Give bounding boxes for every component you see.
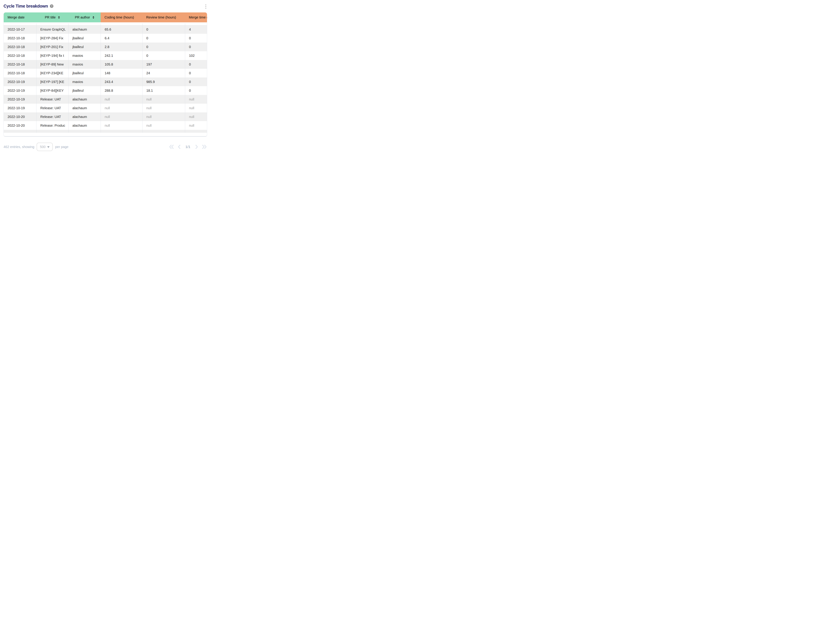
table-footer: 462 entries, showing 500 per page 1/1	[3, 143, 207, 151]
column-header-pr_author[interactable]: PR author	[68, 13, 101, 22]
column-header-label: Review time (hours)	[146, 16, 176, 19]
cell-review_time: 18.1	[142, 86, 185, 95]
column-header-label: PR author	[75, 16, 90, 19]
page-title: Cycle Time breakdown	[3, 4, 48, 9]
page-size-select[interactable]: 500	[36, 143, 53, 151]
cell-coding_time: null	[101, 95, 142, 104]
table-row-partial	[4, 130, 207, 133]
double-chevron-left-icon	[169, 144, 174, 149]
table-row: 2022-10-20Release: UATalachaumnullnullnu…	[4, 112, 207, 121]
cell-pr_title: Release: UAT	[36, 112, 68, 121]
cell-merge_time: 0	[185, 43, 207, 51]
empty-cell	[101, 24, 142, 25]
kebab-dot	[205, 5, 206, 5]
next-page-button[interactable]	[195, 144, 198, 149]
empty-cell	[68, 24, 101, 25]
empty-cell	[142, 24, 185, 25]
empty-cell	[142, 130, 185, 133]
cell-pr_title: [KEYP-197] [KE	[36, 77, 68, 86]
table-row: 2022-10-19Release: UATalachaumnullnullnu…	[4, 95, 207, 104]
cycle-time-widget: Cycle Time breakdown ? Merge datePR titl…	[0, 0, 211, 158]
table-spacer-row	[4, 24, 207, 25]
sort-icon	[93, 16, 94, 19]
header-divider	[4, 22, 207, 24]
empty-cell	[185, 24, 207, 25]
cell-merge_date: 2022-10-17	[4, 25, 36, 34]
cell-review_time: 985.9	[142, 77, 185, 86]
cell-pr_title: Ensure GraphQL	[36, 25, 68, 34]
cell-merge_date: 2022-10-19	[4, 77, 36, 86]
page-size-value: 500	[40, 145, 46, 149]
column-header-merge_time: Merge time (hours)	[185, 13, 207, 22]
cell-review_time: null	[142, 112, 185, 121]
help-icon[interactable]: ?	[50, 5, 54, 8]
cell-pr_author: alachaum	[68, 25, 101, 34]
cell-pr_title: Release: Produc	[36, 121, 68, 130]
cell-pr_author: alachaum	[68, 112, 101, 121]
cell-review_time: 197	[142, 60, 185, 69]
cell-pr_title: [KEYP-84][KEY	[36, 86, 68, 95]
cell-merge_time: 0	[185, 69, 207, 77]
table-row: 2022-10-19Release: UATalachaumnullnullnu…	[4, 104, 207, 112]
last-page-button[interactable]	[201, 144, 207, 149]
table-row: 2022-10-18[KEYP-284] Fixjbailleul6.400	[4, 34, 207, 43]
previous-page-button[interactable]	[177, 144, 181, 149]
table-row: 2022-10-18[KEYP-234][KEjbailleul148240	[4, 69, 207, 77]
entries-info: 462 entries, showing 500 per page	[3, 143, 68, 151]
cell-pr_author: maxios	[68, 51, 101, 60]
cell-pr_title: [KEYP-89] New	[36, 60, 68, 69]
cell-pr_title: [KEYP-234][KE	[36, 69, 68, 77]
cell-merge_date: 2022-10-20	[4, 112, 36, 121]
cell-review_time: null	[142, 95, 185, 104]
empty-cell	[68, 130, 101, 133]
empty-cell	[4, 24, 36, 25]
entries-summary: 462 entries, showing	[3, 145, 34, 149]
cell-merge_date: 2022-10-18	[4, 51, 36, 60]
cell-coding_time: 105.8	[101, 60, 142, 69]
column-header-pr_title[interactable]: PR title	[36, 13, 68, 22]
per-page-label: per page	[55, 145, 68, 149]
chevron-down-icon	[47, 146, 50, 148]
cell-merge_time: null	[185, 112, 207, 121]
kebab-menu-icon[interactable]	[205, 4, 207, 9]
cell-merge_date: 2022-10-19	[4, 104, 36, 112]
cell-pr_title: Release: UAT	[36, 95, 68, 104]
sort-icon	[58, 16, 60, 19]
cell-merge_time: null	[185, 95, 207, 104]
cell-merge_date: 2022-10-19	[4, 95, 36, 104]
pagination: 1/1	[169, 144, 207, 149]
table-row: 2022-10-17Ensure GraphQLalachaum65.604	[4, 25, 207, 34]
column-header-label: Coding time (hours)	[104, 16, 134, 19]
first-page-button[interactable]	[169, 144, 174, 149]
cell-coding_time: null	[101, 112, 142, 121]
cell-merge_time: 0	[185, 86, 207, 95]
cell-review_time: null	[142, 121, 185, 130]
cell-pr_author: maxios	[68, 60, 101, 69]
cell-merge_date: 2022-10-18	[4, 43, 36, 51]
cell-merge_time: 0	[185, 34, 207, 43]
widget-titlebar: Cycle Time breakdown ?	[0, 0, 211, 9]
kebab-dot	[205, 6, 206, 7]
column-header-label: PR title	[45, 16, 55, 19]
table-row: 2022-10-18[KEYP-201] Fixjbailleul2.800	[4, 43, 207, 51]
double-chevron-right-icon	[201, 144, 207, 149]
chevron-right-icon	[195, 144, 198, 149]
empty-cell	[4, 130, 36, 133]
table-row: 2022-10-19[KEYP-197] [KEmaxios243.4985.9…	[4, 77, 207, 86]
cell-merge_date: 2022-10-18	[4, 34, 36, 43]
cell-merge_time: 0	[185, 77, 207, 86]
table-row: 2022-10-19[KEYP-84][KEYjbailleul288.818.…	[4, 86, 207, 95]
cell-coding_time: 2.8	[101, 43, 142, 51]
empty-cell	[185, 130, 207, 133]
table-row: 2022-10-20Release: Producalachaumnullnul…	[4, 121, 207, 130]
cell-pr_title: Release: UAT	[36, 104, 68, 112]
cell-pr_title: [KEYP-201] Fix	[36, 43, 68, 51]
table-row: 2022-10-18[KEYP-89] Newmaxios105.81970	[4, 60, 207, 69]
cell-merge_time: 102	[185, 51, 207, 60]
empty-cell	[36, 130, 68, 133]
cell-pr_author: alachaum	[68, 104, 101, 112]
cell-merge_time: 4	[185, 25, 207, 34]
column-header-coding_time: Coding time (hours)	[101, 13, 142, 22]
column-header-label: Merge time (hours)	[189, 16, 207, 19]
cell-pr_title: [KEYP-194] fix t	[36, 51, 68, 60]
